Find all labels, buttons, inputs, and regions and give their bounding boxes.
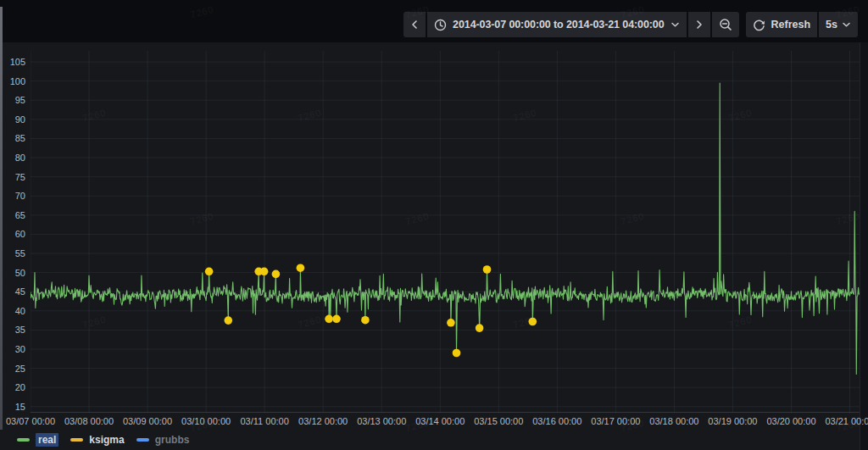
anomaly-point-ksigma[interactable] <box>297 264 305 272</box>
legend-series-color-icon <box>17 438 30 442</box>
x-axis-tick-label: 03/12 00:00 <box>298 416 348 426</box>
anomaly-point-ksigma[interactable] <box>205 268 214 276</box>
y-axis-tick-label: 60 <box>0 229 25 239</box>
y-axis-tick-label: 25 <box>0 364 25 374</box>
y-axis-tick-label: 75 <box>0 172 25 182</box>
legend-label: real <box>36 433 58 447</box>
anomaly-point-ksigma[interactable] <box>483 265 492 274</box>
anomaly-point-ksigma[interactable] <box>529 318 537 326</box>
anomaly-point-ksigma[interactable] <box>260 268 269 276</box>
y-axis-tick-label: 90 <box>0 114 25 125</box>
refresh-label: Refresh <box>771 19 811 31</box>
anomaly-point-ksigma[interactable] <box>332 315 341 324</box>
y-axis-tick-label: 85 <box>0 133 25 143</box>
x-axis-tick-label: 03/10 00:00 <box>181 416 231 426</box>
legend-series-color-icon <box>136 438 149 442</box>
time-picker: 2014-03-07 00:00:00 to 2014-03-21 04:00:… <box>403 12 738 37</box>
legend-label: ksigma <box>89 433 124 447</box>
y-axis-tick-label: 45 <box>0 286 25 297</box>
y-axis-tick-label: 55 <box>0 248 25 258</box>
chevron-right-icon <box>695 19 704 30</box>
legend: realksigmagrubbs <box>17 431 189 448</box>
time-shift-forward-button[interactable] <box>688 12 710 37</box>
refresh-icon <box>753 19 765 31</box>
x-axis-tick-label: 03/20 00:00 <box>766 416 815 426</box>
left-edge-strip <box>0 7 3 430</box>
refresh-interval-value: 5s <box>826 19 837 31</box>
x-axis-tick-label: 03/18 00:00 <box>649 416 698 426</box>
legend-series-color-icon <box>70 438 83 442</box>
anomaly-point-ksigma[interactable] <box>361 316 370 325</box>
x-axis-tick-label: 03/21 00:00 <box>825 416 868 426</box>
magnifier-minus-icon <box>719 18 732 31</box>
anomaly-point-ksigma[interactable] <box>325 315 333 324</box>
y-axis-tick-label: 50 <box>0 268 25 278</box>
x-axis-tick-label: 03/15 00:00 <box>474 416 523 426</box>
anomaly-point-ksigma[interactable] <box>225 316 233 325</box>
timeseries-panel: 1051009590858075706560555045403530252015… <box>0 42 860 450</box>
anomaly-point-ksigma[interactable] <box>476 324 484 332</box>
dashboard-toolbar: 2014-03-07 00:00:00 to 2014-03-21 04:00:… <box>403 12 858 37</box>
y-axis-tick-label: 15 <box>0 402 25 412</box>
refresh-picker: Refresh 5s <box>746 12 858 37</box>
anomaly-point-ksigma[interactable] <box>272 270 281 279</box>
y-axis-tick-label: 80 <box>0 153 25 163</box>
y-axis-tick-label: 20 <box>0 382 25 392</box>
y-axis-tick-label: 100 <box>0 76 25 86</box>
y-axis-tick-label: 40 <box>0 306 25 316</box>
time-shift-back-button[interactable] <box>403 12 426 37</box>
x-axis-tick-label: 03/07 00:00 <box>6 416 55 426</box>
timeseries-svg <box>31 51 860 413</box>
x-axis-tick-label: 03/19 00:00 <box>708 416 757 426</box>
x-axis-tick-label: 03/14 00:00 <box>415 416 465 426</box>
refresh-button[interactable]: Refresh <box>746 12 818 37</box>
dashboard-header: 2014-03-07 00:00:00 to 2014-03-21 04:00:… <box>0 0 868 42</box>
x-axis-tick-label: 03/17 00:00 <box>591 416 640 426</box>
refresh-interval-select[interactable]: 5s <box>819 12 858 37</box>
legend-label: grubbs <box>155 433 190 447</box>
x-axis-tick-label: 03/16 00:00 <box>532 416 581 426</box>
legend-item-grubbs[interactable]: grubbs <box>136 433 190 447</box>
x-axis-tick-label: 03/11 00:00 <box>240 416 288 426</box>
x-axis-tick-label: 03/09 00:00 <box>123 416 172 426</box>
chevron-down-icon <box>842 21 851 28</box>
y-axis-tick-label: 35 <box>0 325 25 335</box>
y-axis-tick-label: 70 <box>0 191 25 201</box>
legend-item-ksigma[interactable]: ksigma <box>70 433 124 447</box>
clock-icon <box>434 19 447 31</box>
y-axis-tick-label: 105 <box>0 57 25 67</box>
legend-item-real[interactable]: real <box>17 433 58 447</box>
x-axis-tick-label: 03/08 00:00 <box>64 416 114 426</box>
anomaly-point-ksigma[interactable] <box>447 319 455 327</box>
anomaly-point-ksigma[interactable] <box>453 349 461 358</box>
y-axis-tick-label: 95 <box>0 95 25 105</box>
chevron-left-icon <box>410 19 419 30</box>
chevron-down-icon <box>670 21 680 28</box>
y-axis-tick-label: 30 <box>0 344 25 354</box>
chart-plot[interactable] <box>31 51 860 413</box>
x-axis-tick-label: 03/13 00:00 <box>357 416 406 426</box>
time-range-button[interactable]: 2014-03-07 00:00:00 to 2014-03-21 04:00:… <box>427 12 686 37</box>
grafana-dashboard: { "toolbar": { "time_range_label": "2014… <box>0 0 868 450</box>
zoom-out-button[interactable] <box>712 12 739 37</box>
y-axis-tick-label: 65 <box>0 210 25 220</box>
time-range-label: 2014-03-07 00:00:00 to 2014-03-21 04:00:… <box>453 19 664 31</box>
